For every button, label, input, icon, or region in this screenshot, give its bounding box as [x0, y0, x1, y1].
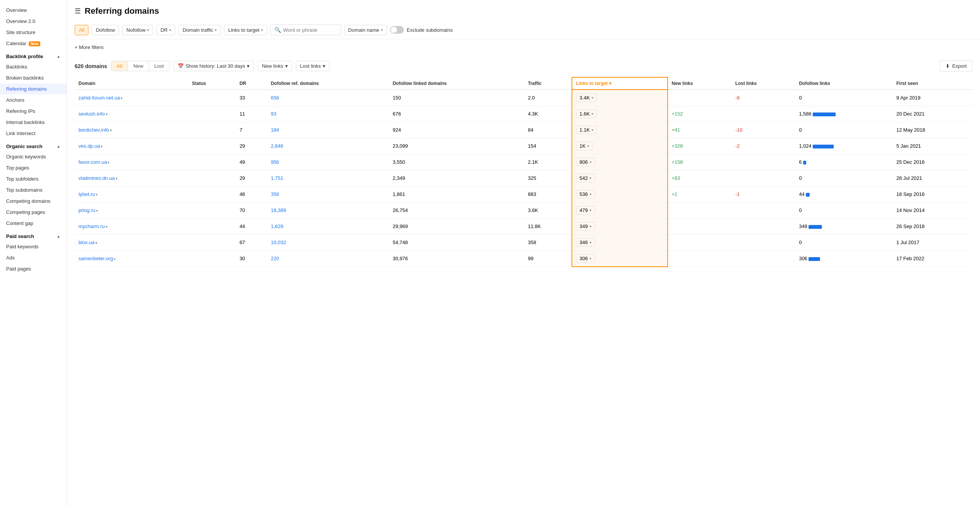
links-target-value[interactable]: 1.6K ▾ — [576, 109, 597, 118]
links-target-value[interactable]: 306 ▾ — [576, 254, 595, 263]
col-header-dofollow-links[interactable]: Dofollow links — [795, 77, 892, 90]
col-header-status[interactable]: Status — [188, 77, 236, 90]
sidebar-item-anchors[interactable]: Anchors — [0, 95, 67, 106]
col-header-lost-links[interactable]: Lost links — [732, 77, 795, 90]
cell-dofollow-linked: 23,099 — [389, 138, 524, 154]
filter-domain-name-btn[interactable]: Domain name ▾ — [344, 25, 387, 35]
domain-caret[interactable]: ▾ — [101, 144, 103, 148]
domain-link[interactable]: tybet.ru — [78, 191, 95, 197]
sidebar-item-referring-ips[interactable]: Referring IPs — [0, 106, 67, 117]
sidebar-item-backlinks[interactable]: Backlinks — [0, 61, 67, 72]
sidebar-item-site-structure[interactable]: Site structure — [0, 27, 67, 38]
col-header-new-links[interactable]: New links — [668, 77, 732, 90]
domain-link[interactable]: berdichev.info — [78, 127, 109, 133]
search-input[interactable] — [283, 27, 337, 33]
links-target-value[interactable]: 806 ▾ — [576, 158, 595, 166]
links-target-value[interactable]: 1K ▾ — [576, 142, 593, 150]
sidebar-item-link-intersect[interactable]: Link intersect — [0, 128, 67, 139]
links-target-value[interactable]: 536 ▾ — [576, 190, 595, 199]
domain-caret[interactable]: ▾ — [106, 112, 108, 116]
domain-link[interactable]: sevlush.info — [78, 111, 105, 117]
sidebar-item-paid-pages[interactable]: Paid pages — [0, 263, 67, 274]
domain-link[interactable]: ves.dp.ua — [78, 143, 100, 149]
col-header-dofollow-ref.-domains[interactable]: Dofollow ref. domains — [267, 77, 389, 90]
domain-caret[interactable]: ▾ — [106, 225, 108, 229]
cell-dofollow-ref: 10,032 — [267, 235, 389, 251]
domain-caret[interactable]: ▾ — [110, 128, 112, 132]
sidebar-item-competing-pages[interactable]: Competing pages — [0, 207, 67, 218]
domain-caret[interactable]: ▾ — [96, 209, 98, 213]
cell-traffic: 84 — [524, 122, 572, 138]
domain-link[interactable]: vladmines.dn.ua — [78, 175, 115, 181]
filter-dofollow-btn[interactable]: Dofollow — [91, 25, 119, 35]
col-header-links-to-target-[interactable]: Links to target ▾ — [572, 77, 668, 90]
filter-nofollow-btn[interactable]: Nofollow ▾ — [122, 25, 153, 35]
domain-caret[interactable]: ▾ — [114, 257, 116, 261]
tab-lost[interactable]: Lost — [149, 61, 169, 71]
export-btn[interactable]: ⬇ Export — [940, 60, 972, 72]
cell-dofollow-linked: 1,861 — [389, 186, 524, 202]
cell-status — [188, 90, 236, 106]
domain-caret[interactable]: ▾ — [96, 192, 98, 197]
links-target-value[interactable]: 346 ▾ — [576, 238, 595, 247]
sidebar-item-ads[interactable]: Ads — [0, 252, 67, 263]
domain-link[interactable]: blox.ua — [78, 240, 95, 245]
links-caret: ▾ — [590, 160, 591, 164]
filter-all-btn[interactable]: All — [75, 25, 88, 35]
new-links-btn[interactable]: New links ▾ — [258, 61, 292, 71]
domain-caret[interactable]: ▾ — [116, 176, 118, 181]
cell-links-to-target: 1.6K ▾ — [572, 106, 668, 122]
domain-caret[interactable]: ▾ — [121, 96, 122, 100]
links-target-value[interactable]: 1.1K ▾ — [576, 126, 597, 134]
sidebar-item-organic-keywords[interactable]: Organic keywords — [0, 151, 67, 162]
cell-dr: 33 — [236, 90, 267, 106]
sidebar-item-top-pages[interactable]: Top pages — [0, 162, 67, 173]
sidebar-item-paid-keywords[interactable]: Paid keywords — [0, 241, 67, 252]
sidebar-item-internal-backlinks[interactable]: Internal backlinks — [0, 117, 67, 128]
links-target-value[interactable]: 349 ▾ — [576, 222, 595, 231]
hamburger-icon[interactable]: ☰ — [75, 7, 81, 15]
sidebar-item-referring-domains[interactable]: Referring domains — [0, 83, 67, 95]
lost-links-btn[interactable]: Lost links ▾ — [296, 61, 330, 71]
sidebar-item-competing-domains[interactable]: Competing domains — [0, 196, 67, 207]
domain-link[interactable]: zahid-forum.net.ua — [78, 95, 120, 101]
tab-new[interactable]: New — [128, 61, 149, 71]
links-target-value[interactable]: 479 ▾ — [576, 206, 595, 215]
col-header-domain[interactable]: Domain — [75, 77, 188, 90]
sidebar-item-content-gap[interactable]: Content gap — [0, 218, 67, 229]
links-target-value[interactable]: 542 ▾ — [576, 174, 595, 183]
tab-all[interactable]: All — [111, 61, 128, 71]
filter-links-to-target-btn[interactable]: Links to target ▾ — [224, 25, 267, 35]
sidebar-item-top-subfolders[interactable]: Top subfolders — [0, 173, 67, 184]
sidebar-section-backlink-profile[interactable]: Backlink profile▲ — [0, 49, 67, 61]
sidebar-item-top-subdomains[interactable]: Top subdomains — [0, 184, 67, 196]
col-header-first-seen[interactable]: First seen — [893, 77, 972, 90]
show-history-btn[interactable]: 📅 Show history: Last 30 days ▾ — [173, 61, 254, 71]
col-header-dofollow-linked-domains[interactable]: Dofollow linked domains — [389, 77, 524, 90]
links-target-value[interactable]: 3.4K ▾ — [576, 93, 597, 102]
domain-caret[interactable]: ▾ — [108, 160, 109, 165]
domain-link[interactable]: samenbeter.org — [78, 256, 113, 261]
domain-link[interactable]: prlog.ru — [78, 207, 95, 213]
exclude-subdomains-toggle[interactable] — [390, 26, 404, 34]
domain-link[interactable]: mycharm.ru — [78, 223, 105, 229]
sidebar-item-broken-backlinks[interactable]: Broken backlinks — [0, 72, 67, 83]
sidebar-item-calendar[interactable]: CalendarNew — [0, 38, 67, 49]
more-filters-btn[interactable]: + More filters — [75, 42, 104, 52]
domain-caret[interactable]: ▾ — [95, 241, 97, 245]
col-header-traffic[interactable]: Traffic — [524, 77, 572, 90]
cell-dofollow-links: 0 — [795, 122, 892, 138]
col-header-dr[interactable]: DR — [236, 77, 267, 90]
chevron-icon: ▲ — [57, 54, 60, 59]
cell-lost-links — [732, 251, 795, 267]
cell-dofollow-ref: 956 — [267, 154, 389, 170]
filter-dr-btn[interactable]: DR ▾ — [156, 25, 175, 35]
sidebar-section-paid-search[interactable]: Paid search▲ — [0, 229, 67, 241]
table-top-left: 620 domains All New Lost 📅 Show history:… — [75, 61, 330, 71]
sidebar-item-overview[interactable]: Overview — [0, 5, 67, 16]
sidebar-section-organic-search[interactable]: Organic search▲ — [0, 139, 67, 151]
sidebar-item-overview-2.0[interactable]: Overview 2.0 — [0, 16, 67, 27]
filter-domain-traffic-btn[interactable]: Domain traffic ▾ — [178, 25, 221, 35]
domain-link[interactable]: favor.com.ua — [78, 159, 107, 165]
cell-traffic: 2.1K — [524, 154, 572, 170]
